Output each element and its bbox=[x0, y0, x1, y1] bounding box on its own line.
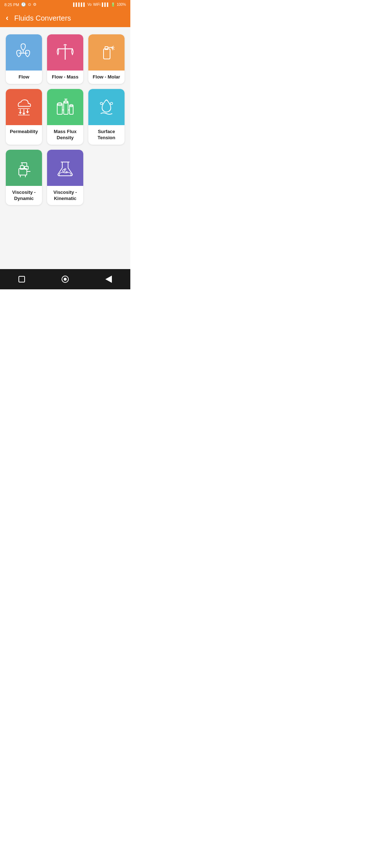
nav-recents-button[interactable] bbox=[14, 272, 29, 286]
signal-icon: ▌▌▌▌▌ bbox=[73, 3, 86, 7]
card-flow[interactable]: Flow bbox=[6, 34, 42, 84]
card-label-surface-tension: Surface Tension bbox=[88, 125, 125, 145]
card-flow-mass[interactable]: Flow - Mass bbox=[47, 34, 83, 84]
card-label-flow-mass: Flow - Mass bbox=[47, 71, 83, 84]
wifi-icon: WiFi bbox=[93, 3, 100, 7]
card-flow-molar[interactable]: Flow - Molar bbox=[88, 34, 125, 84]
vo-label: Vo bbox=[87, 3, 92, 7]
card-label-flow-molar: Flow - Molar bbox=[88, 71, 125, 84]
permeability-icon bbox=[13, 96, 35, 118]
whatsapp-icon: ⊙ bbox=[28, 2, 31, 7]
back-icon bbox=[105, 276, 112, 283]
settings-icon: ⚙ bbox=[33, 2, 37, 7]
svg-point-42 bbox=[64, 169, 66, 170]
svg-rect-20 bbox=[64, 102, 68, 114]
viscosity-kinematic-icon bbox=[54, 157, 76, 179]
card-icon-flow-molar bbox=[88, 34, 125, 71]
card-label-flow: Flow bbox=[6, 71, 42, 84]
flow-icon bbox=[13, 42, 35, 63]
card-label-mass-flux: Mass Flux Density bbox=[47, 125, 83, 145]
card-mass-flux[interactable]: Mass Flux Density bbox=[47, 89, 83, 145]
viscosity-dynamic-icon bbox=[13, 157, 35, 179]
svg-point-28 bbox=[100, 102, 102, 105]
battery-icon: 🔋 bbox=[111, 3, 115, 7]
nav-back-button[interactable] bbox=[101, 272, 116, 286]
time: 8:25 PM bbox=[4, 3, 19, 7]
card-icon-flow-mass bbox=[47, 34, 83, 71]
card-permeability[interactable]: Permeability bbox=[6, 89, 42, 145]
signal2-icon: ▌▌▌ bbox=[102, 3, 109, 7]
app-header: ‹ Fluids Converters bbox=[0, 9, 130, 27]
alarm-icon: 🕐 bbox=[21, 2, 26, 7]
card-icon-viscosity-kinematic bbox=[47, 150, 83, 186]
recents-icon bbox=[18, 276, 25, 282]
bottom-navigation bbox=[0, 269, 130, 289]
home-icon bbox=[62, 276, 69, 283]
card-label-permeability: Permeability bbox=[6, 125, 42, 139]
card-icon-flow bbox=[6, 34, 42, 71]
flow-molar-icon bbox=[96, 42, 117, 63]
card-icon-viscosity-dynamic bbox=[6, 150, 42, 186]
home-icon-inner bbox=[64, 278, 67, 281]
status-right: ▌▌▌▌▌ Vo WiFi ▌▌▌ 🔋 100% bbox=[73, 3, 126, 7]
main-content: Flow Flow - Mass bbox=[0, 27, 130, 269]
svg-rect-5 bbox=[104, 49, 110, 59]
converter-grid: Flow Flow - Mass bbox=[6, 34, 125, 205]
card-viscosity-dynamic[interactable]: Viscosity - Dynamic bbox=[6, 150, 42, 205]
battery-percent: 100% bbox=[117, 3, 126, 7]
status-left: 8:25 PM 🕐 ⊙ ⚙ bbox=[4, 2, 37, 7]
svg-point-29 bbox=[110, 102, 113, 105]
card-viscosity-kinematic[interactable]: Viscosity - Kinematic bbox=[47, 150, 83, 205]
nav-home-button[interactable] bbox=[58, 272, 72, 286]
flow-mass-icon bbox=[54, 42, 76, 63]
back-button[interactable]: ‹ bbox=[6, 13, 8, 23]
card-icon-permeability bbox=[6, 89, 42, 125]
card-surface-tension[interactable]: Surface Tension bbox=[88, 89, 125, 145]
header-title: Fluids Converters bbox=[14, 14, 71, 22]
status-bar: 8:25 PM 🕐 ⊙ ⚙ ▌▌▌▌▌ Vo WiFi ▌▌▌ 🔋 100% bbox=[0, 0, 130, 9]
mass-flux-icon bbox=[54, 96, 76, 118]
surface-tension-icon bbox=[96, 96, 117, 118]
card-label-viscosity-dynamic: Viscosity - Dynamic bbox=[6, 186, 42, 205]
card-icon-mass-flux bbox=[47, 89, 83, 125]
card-label-viscosity-kinematic: Viscosity - Kinematic bbox=[47, 186, 83, 205]
card-icon-surface-tension bbox=[88, 89, 125, 125]
